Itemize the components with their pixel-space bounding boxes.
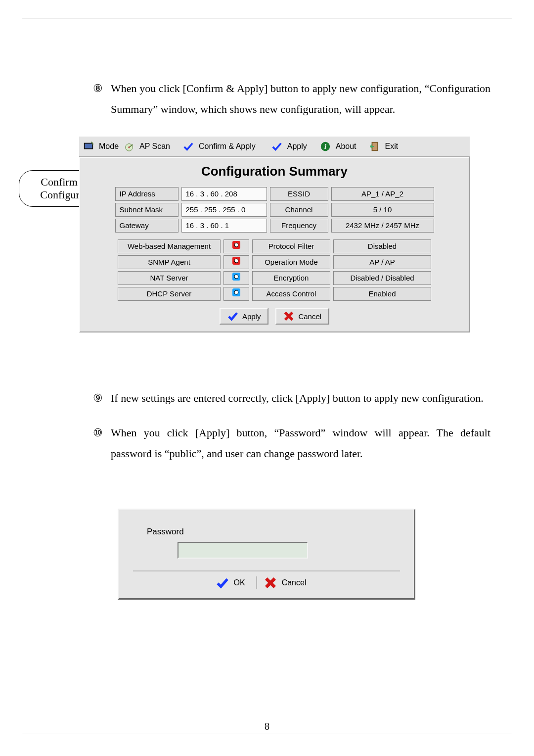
label-subnet: Subnet Mask xyxy=(115,203,178,217)
step8-text: When you click [Confirm & Apply] button … xyxy=(111,78,490,120)
ok-button-label: OK xyxy=(234,578,245,587)
toolbar-about[interactable]: About xyxy=(336,142,356,151)
svc2-enc: Encryption xyxy=(252,271,330,285)
value-essid: AP_1 / AP_2 xyxy=(331,187,434,201)
config-summary-window: Mode AP Scan Confirm & Apply Apply i Abo… xyxy=(79,137,470,332)
step10-number: ⑩ xyxy=(93,423,111,464)
apply-button[interactable]: Apply xyxy=(220,308,269,325)
label-gateway: Gateway xyxy=(115,219,178,233)
password-input[interactable] xyxy=(178,542,308,559)
svg-rect-1 xyxy=(85,144,92,148)
val-ac: Enabled xyxy=(333,287,431,301)
status-icon-dhcp xyxy=(223,287,249,301)
apply-button-label: Apply xyxy=(242,312,261,321)
lower-text: ⑨ If new settings are entered correctly,… xyxy=(93,388,490,464)
label-ip: IP Address xyxy=(115,187,178,201)
summary-button-row: Apply Cancel xyxy=(85,308,464,325)
svg-point-3 xyxy=(128,146,130,148)
status-icon-nat xyxy=(223,271,249,285)
service-grid: Web-based Management SNMP Agent NAT Serv… xyxy=(85,239,464,301)
svg-point-8 xyxy=(234,243,238,247)
svg-point-10 xyxy=(234,259,238,263)
step8-number: ⑧ xyxy=(93,78,111,120)
svg-point-12 xyxy=(234,275,238,279)
password-button-row: OK Cancel xyxy=(133,570,400,589)
page-number: 8 xyxy=(0,721,534,732)
step8-paragraph: ⑧ When you click [Confirm & Apply] butto… xyxy=(93,78,490,120)
value-subnet: 255 . 255 . 255 . 0 xyxy=(181,203,267,217)
exit-icon xyxy=(369,141,380,152)
val-enc: Disabled / Disabled xyxy=(333,271,431,285)
info-icon: i xyxy=(320,141,331,152)
password-window: Password OK Cancel xyxy=(118,509,415,600)
toolbar-exit[interactable]: Exit xyxy=(385,142,399,151)
network-grid: IP Address Subnet Mask Gateway 16 . 3 . … xyxy=(85,187,464,233)
step9-number: ⑨ xyxy=(93,388,111,409)
toolbar-apply[interactable]: Apply xyxy=(287,142,307,151)
config-summary-title: Configuration Summary xyxy=(85,164,464,179)
toolbar-mode[interactable]: Mode xyxy=(99,142,119,151)
value-ip: 16 . 3 . 60 . 208 xyxy=(181,187,267,201)
svc-web: Web-based Management xyxy=(118,239,221,253)
ok-button[interactable]: OK xyxy=(216,576,257,589)
val-proto: Disabled xyxy=(333,239,431,253)
svc2-proto: Protocol Filter xyxy=(252,239,330,253)
status-icon-web xyxy=(223,239,249,253)
toolbar-apscan[interactable]: AP Scan xyxy=(139,142,170,151)
toolbar: Mode AP Scan Confirm & Apply Apply i Abo… xyxy=(79,137,470,157)
label-channel: Channel xyxy=(270,203,328,217)
svg-text:i: i xyxy=(324,142,326,150)
svc-nat: NAT Server xyxy=(118,271,221,285)
svc2-opmode: Operation Mode xyxy=(252,255,330,269)
cancel-button-pw-label: Cancel xyxy=(282,578,307,587)
toolbar-confirm-apply[interactable]: Confirm & Apply xyxy=(199,142,256,151)
value-freq: 2432 MHz / 2457 MHz xyxy=(331,219,434,233)
page-frame xyxy=(22,18,512,734)
cancel-button-pw[interactable]: Cancel xyxy=(264,576,317,589)
svc-dhcp: DHCP Server xyxy=(118,287,221,301)
cancel-button[interactable]: Cancel xyxy=(275,308,329,325)
config-summary-panel: Configuration Summary IP Address Subnet … xyxy=(79,157,470,332)
check-icon xyxy=(183,141,194,152)
value-channel: 5 / 10 xyxy=(331,203,434,217)
val-opmode: AP / AP xyxy=(333,255,431,269)
svc-snmp: SNMP Agent xyxy=(118,255,221,269)
value-gateway: 16 . 3 . 60 . 1 xyxy=(181,219,267,233)
label-freq: Frequency xyxy=(270,219,328,233)
svg-point-14 xyxy=(234,290,238,294)
radar-icon xyxy=(124,141,134,152)
check-icon xyxy=(271,141,282,152)
step10-text: When you click [Apply] button, “Password… xyxy=(111,423,490,464)
label-essid: ESSID xyxy=(270,187,328,201)
status-icon-snmp xyxy=(223,255,249,269)
step9-text: If new settings are entered correctly, c… xyxy=(111,388,490,409)
password-label: Password xyxy=(147,527,400,537)
svc2-ac: Access Control xyxy=(252,287,330,301)
cancel-button-label: Cancel xyxy=(298,312,321,321)
app-logo-icon xyxy=(83,141,94,152)
